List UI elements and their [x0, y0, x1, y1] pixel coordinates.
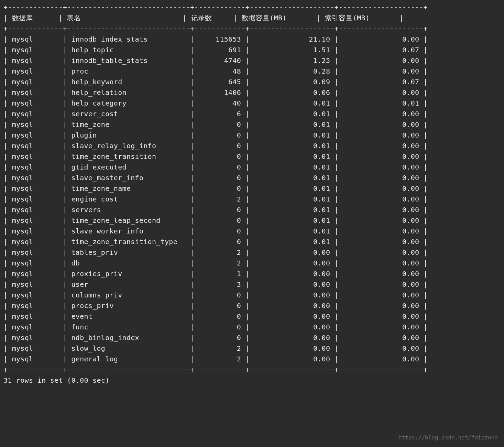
mysql-result-table: +-------------+-------------------------… [0, 0, 504, 388]
watermark-text: https://blog.csdn.net/fdipzone [398, 434, 498, 442]
